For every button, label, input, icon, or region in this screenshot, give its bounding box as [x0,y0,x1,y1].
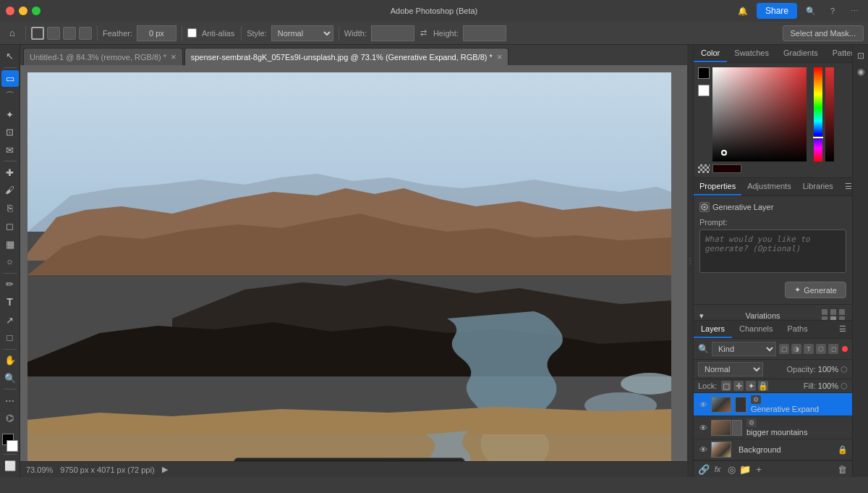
layer-row-generative-expand[interactable]: 👁 ⚙ Generative Expand [694,393,852,416]
hand-tool[interactable]: ✋ [1,352,19,369]
healing-brush-tool[interactable]: ✚ [1,164,19,181]
group-icon[interactable]: 📁 [739,463,751,475]
marquee-style-3[interactable] [63,27,76,40]
width-input[interactable] [371,25,414,41]
minimize-button[interactable] [19,7,27,15]
layer-row-background[interactable]: 👁 Background 🔒 [694,439,852,460]
fill-value[interactable]: 100% [818,382,838,390]
move-tool[interactable]: ↖ [1,48,19,65]
opacity-arrows[interactable]: ⬡ [841,365,848,374]
filter-type-icon[interactable]: T [804,344,814,354]
layer-eye-bigger-mountains[interactable]: 👁 [698,423,708,433]
clone-tool[interactable]: ⎘ [1,200,19,217]
layer-eye-generative-expand[interactable]: 👁 [698,400,708,410]
tab-adjustments[interactable]: Adjustments [741,178,797,195]
layer-eye-background[interactable]: 👁 [698,444,708,455]
marquee-tool[interactable]: ▭ [1,70,19,88]
properties-generate-button[interactable]: ✦ Generate [785,282,846,298]
anti-alias-checkbox[interactable] [187,28,197,38]
gradient-tool[interactable]: ▦ [1,235,19,253]
close-button[interactable] [6,7,14,15]
tab-properties[interactable]: Properties [694,178,741,195]
color-spectrum[interactable] [712,67,807,161]
color-swatches[interactable] [1,434,20,452]
opacity-label: Opacity: [787,365,816,374]
lock-move-icon[interactable]: ✦ [746,381,756,391]
marquee-style-1[interactable] [31,27,44,40]
tab-paths[interactable]: Paths [780,321,815,338]
tab-libraries[interactable]: Libraries [797,178,839,195]
filter-adj-icon[interactable]: ◑ [791,344,801,354]
tab-swatches[interactable]: Swatches [727,45,776,62]
delete-layer-icon[interactable]: 🗑 [836,463,848,475]
magic-wand-tool[interactable]: ✦ [1,106,19,123]
extra-tool-2[interactable]: ⌬ [1,410,19,427]
color-hue-bar[interactable] [814,67,822,161]
properties-prompt-input[interactable] [699,229,846,273]
status-arrow[interactable]: ▶ [162,465,168,474]
extra-tool[interactable]: ⋯ [1,392,19,409]
select-mask-button[interactable]: Select and Mask... [783,25,864,41]
new-layer-icon[interactable]: + [753,463,765,475]
blend-mode-select[interactable]: Normal Multiply Screen [698,362,763,376]
screen-mode-tool[interactable]: ⬜ [1,457,19,474]
tab-color[interactable]: Color [694,45,727,62]
height-input[interactable] [463,25,506,41]
type-tool[interactable]: T [1,294,19,311]
opacity-value[interactable]: 100% [818,365,838,374]
layers-filter-select[interactable]: Kind Name Effect [712,342,776,356]
fill-arrows[interactable]: ⬡ [841,382,848,391]
background-color[interactable] [7,440,18,452]
share-button[interactable]: Share [757,3,797,19]
canvas[interactable]: ◀ 1/3 ▶ ✦ Generate ••• [27,72,671,461]
tab-channels[interactable]: Channels [732,321,780,338]
search-icon[interactable]: 🔍 [803,3,819,19]
marquee-style-2[interactable] [47,27,60,40]
filter-pixel-icon[interactable]: ▢ [779,344,789,354]
home-tool[interactable]: ⌂ [4,25,20,41]
mask-icon[interactable]: ◎ [726,463,737,475]
layers-menu[interactable]: ☰ [833,321,852,338]
right-edge-icon-1[interactable]: ⊡ [854,49,867,62]
maximize-button[interactable] [32,7,41,15]
marquee-style-4[interactable] [79,27,92,40]
fx-icon[interactable]: fx [712,463,723,475]
collapse-handle[interactable]: ⋮ [687,45,693,477]
style-select[interactable]: Normal Fixed Ratio Fixed Size [271,25,333,41]
pen-tool[interactable]: ✏ [1,276,19,293]
tab-main-close[interactable]: × [497,52,503,62]
link-icon[interactable]: 🔗 [698,463,710,475]
crop-tool[interactable]: ⊡ [1,124,19,141]
lasso-tool[interactable]: ⌒ [1,88,19,105]
right-edge-icon-2[interactable]: ◉ [854,65,867,78]
path-selection-tool[interactable]: ↗ [1,311,19,329]
shape-tool[interactable]: □ [1,329,19,347]
tab-gradients[interactable]: Gradients [776,45,825,62]
properties-menu[interactable]: ☰ [839,178,852,195]
eyedropper-tool[interactable]: ✉ [1,142,19,159]
swap-icon[interactable]: ⇄ [417,27,430,40]
alpha-bar[interactable] [825,67,834,161]
feather-input[interactable] [137,25,176,41]
filter-smart-icon[interactable]: ◻ [828,344,838,354]
fg-color-swatch[interactable] [698,67,710,79]
bell-icon[interactable]: 🔔 [735,3,751,19]
bg-color-swatch[interactable] [698,85,710,96]
layer-row-bigger-mountains[interactable]: 👁 ⚙ bigger mountains [694,416,852,439]
variations-section[interactable]: ▾ Variations [694,304,852,320]
brush-tool[interactable]: 🖌 [1,182,19,199]
eraser-tool[interactable]: ◻ [1,218,19,235]
lock-pixels-icon[interactable]: ▢ [721,381,731,391]
tab-main[interactable]: spenser-sembrat-8gK_057Es9I-unsplash.jpg… [184,48,509,65]
tabs-bar: Untitled-1 @ 84.3% (remove, RGB/8) * × s… [20,45,687,65]
zoom-tool[interactable]: 🔍 [1,369,19,387]
lock-all-icon[interactable]: 🔒 [758,381,768,391]
lock-position-icon[interactable]: ✛ [733,381,744,391]
tab-untitled[interactable]: Untitled-1 @ 84.3% (remove, RGB/8) * × [23,48,183,65]
more-icon[interactable]: ⋯ [846,3,862,19]
tab-untitled-close[interactable]: × [171,52,176,62]
filter-shape-icon[interactable]: ⬡ [816,344,826,354]
dodge-tool[interactable]: ○ [1,253,19,271]
tab-layers[interactable]: Layers [694,321,732,338]
help-icon[interactable]: ? [825,3,841,19]
